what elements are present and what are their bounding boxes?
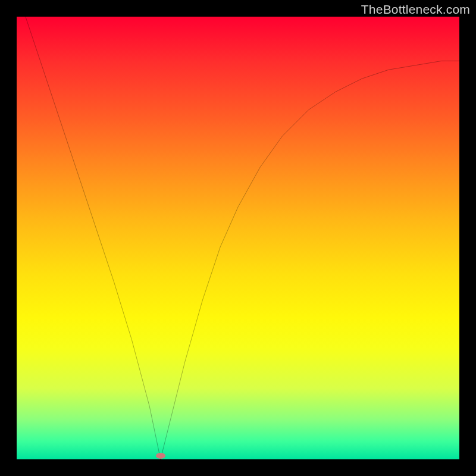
chart-frame: TheBottleneck.com xyxy=(0,0,476,476)
bottleneck-curve xyxy=(17,17,459,459)
plot-area xyxy=(17,17,459,459)
watermark-text: TheBottleneck.com xyxy=(361,2,470,17)
optimal-point-marker xyxy=(156,453,165,459)
